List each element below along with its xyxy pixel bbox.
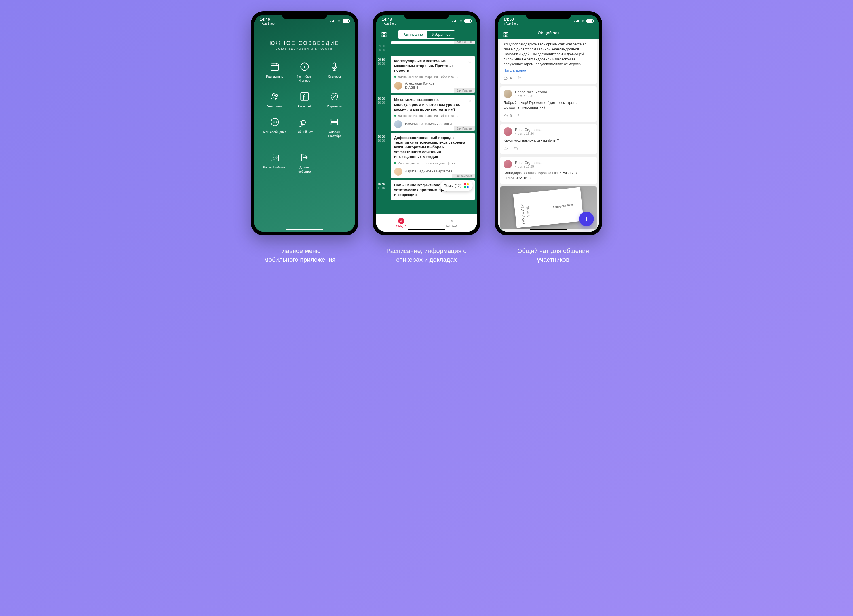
svg-point-4 xyxy=(275,94,278,97)
menu-speakers[interactable]: Спикеры xyxy=(321,62,348,83)
menu-chat[interactable]: Общий чат xyxy=(291,117,318,138)
svg-rect-14 xyxy=(271,155,278,161)
menu-participants[interactable]: Участники xyxy=(261,91,288,108)
wifi-icon xyxy=(337,19,341,23)
menu-messages[interactable]: Мои сообщения xyxy=(261,117,288,138)
like-button[interactable] xyxy=(504,146,508,150)
app-logo: ЮЖНОЕ СОЗВЕЗДИЕ СОЮЗ ЗДОРОВЬЯ И КРАСОТЫ xyxy=(254,40,355,50)
phone-chat: 14:50◂ App Store Общий чат Хочу поблагод… xyxy=(495,11,602,235)
wifi-icon xyxy=(581,19,585,23)
svg-rect-2 xyxy=(333,63,336,68)
battery-icon xyxy=(464,19,471,23)
signal-icon xyxy=(452,20,457,23)
svg-rect-0 xyxy=(271,64,278,71)
svg-rect-23 xyxy=(507,35,508,37)
event-card[interactable]: Дифференцированный подход к терапии симп… xyxy=(391,133,475,178)
favorite-star-icon[interactable]: ☆ xyxy=(468,59,472,64)
track-dot-icon xyxy=(394,76,396,78)
menu-partners[interactable]: Партнеры xyxy=(321,91,348,108)
svg-point-3 xyxy=(272,93,275,96)
themes-filter-button[interactable]: Темы (12) xyxy=(440,181,473,191)
svg-rect-18 xyxy=(382,35,384,37)
reply-icon[interactable] xyxy=(513,146,518,151)
speaker-avatar xyxy=(394,82,402,90)
grid-menu-icon[interactable] xyxy=(503,32,509,38)
chat-icon xyxy=(299,117,310,127)
back-to-appstore[interactable]: ◂ App Store xyxy=(382,22,396,25)
back-to-appstore[interactable]: ◂ App Store xyxy=(504,22,518,25)
menu-other-event[interactable]: Другое событие xyxy=(291,152,318,174)
wifi-icon xyxy=(459,19,463,23)
chat-message[interactable]: Вера Сидорова4 окт. в 15:26 Какой угол н… xyxy=(500,124,596,155)
room-badge: Зал Платан xyxy=(454,41,475,44)
menu-polls[interactable]: Опросы 4 октября xyxy=(321,117,348,138)
facebook-icon xyxy=(299,91,310,102)
favorite-star-icon[interactable]: ☆ xyxy=(468,97,472,103)
menu-facebook[interactable]: Facebook xyxy=(291,91,318,108)
chat-title: Общий чат xyxy=(538,30,559,35)
discount-icon xyxy=(329,91,340,102)
svg-rect-12 xyxy=(331,119,338,121)
track-dot-icon xyxy=(394,162,396,164)
svg-point-15 xyxy=(276,157,277,158)
caption-1: Главное меню мобильного приложения xyxy=(244,247,356,264)
users-icon xyxy=(270,91,280,102)
menu-account[interactable]: Личный кабинет xyxy=(261,152,288,174)
room-badge: Зал Платан xyxy=(454,126,475,131)
certificate-image: РТИФИКАТ ТНИКА Сидорова Вера xyxy=(513,187,584,228)
read-more-link[interactable]: Читать далее xyxy=(504,69,593,73)
room-badge: Зал Платан xyxy=(454,88,475,93)
svg-rect-20 xyxy=(504,33,505,34)
grid-menu-icon[interactable] xyxy=(381,32,387,38)
status-time: 14:46 xyxy=(260,17,275,21)
home-indicator[interactable] xyxy=(408,229,445,230)
info-icon xyxy=(299,62,310,72)
room-badge: Зал Камелия xyxy=(452,174,475,178)
user-avatar xyxy=(504,90,512,98)
svg-rect-13 xyxy=(331,122,338,125)
speaker-avatar xyxy=(394,120,402,128)
menu-schedule[interactable]: Расписание xyxy=(261,62,288,83)
svg-point-8 xyxy=(273,122,273,122)
calendar-icon xyxy=(270,62,280,72)
home-indicator[interactable] xyxy=(530,229,567,230)
signal-icon xyxy=(330,20,335,23)
back-to-appstore[interactable]: ◂ App Store xyxy=(260,22,275,25)
home-indicator[interactable] xyxy=(286,229,323,230)
svg-point-9 xyxy=(275,122,275,122)
track-dot-icon xyxy=(394,115,396,117)
caption-3: Общий чат для общения участников xyxy=(497,247,609,264)
reply-icon[interactable] xyxy=(517,76,522,80)
tab-schedule[interactable]: Расписание xyxy=(398,30,427,38)
like-button[interactable]: 6 xyxy=(504,114,512,118)
new-message-button[interactable]: + xyxy=(579,212,594,226)
tab-favorites[interactable]: Избранное xyxy=(427,30,455,38)
themes-dots-icon xyxy=(464,183,469,188)
svg-rect-19 xyxy=(384,35,386,37)
caption-2: Расписание, информация о спикерах и докл… xyxy=(370,247,483,264)
svg-point-10 xyxy=(276,122,277,122)
event-card[interactable]: ☆ Молекулярные и клеточные механизмы ста… xyxy=(391,56,475,93)
user-avatar xyxy=(504,127,512,136)
chat-message[interactable]: Бэлла Джанчатова4 окт. в 15:31 Добрый ве… xyxy=(500,86,596,122)
status-bar: 14:46◂ App Store xyxy=(254,15,355,27)
thumb-icon xyxy=(504,76,508,80)
battery-icon xyxy=(343,19,349,23)
schedule-tabs: Расписание Избранное xyxy=(398,30,455,39)
svg-rect-22 xyxy=(504,35,505,37)
polls-icon xyxy=(329,117,340,127)
exit-icon xyxy=(299,152,310,162)
signal-icon xyxy=(574,20,579,23)
status-bar: 14:50◂ App Store xyxy=(498,15,599,27)
mic-icon xyxy=(329,62,340,72)
user-avatar xyxy=(504,160,512,168)
event-card[interactable]: ☆ Механизмы старения на молекулярном и к… xyxy=(391,95,475,131)
chat-message[interactable]: Хочу поблагодарить весь оргкомитет конгр… xyxy=(500,39,596,84)
divider xyxy=(261,145,348,145)
speaker-avatar xyxy=(394,168,402,176)
like-button[interactable]: 4 xyxy=(504,76,512,80)
svg-rect-16 xyxy=(382,33,384,34)
reply-icon[interactable] xyxy=(517,113,522,118)
menu-poll[interactable]: 4 октября - 4 опрос xyxy=(291,62,318,83)
chat-message[interactable]: Вера Сидорова4 окт. в 15:25 Благодарю ор… xyxy=(500,156,596,184)
